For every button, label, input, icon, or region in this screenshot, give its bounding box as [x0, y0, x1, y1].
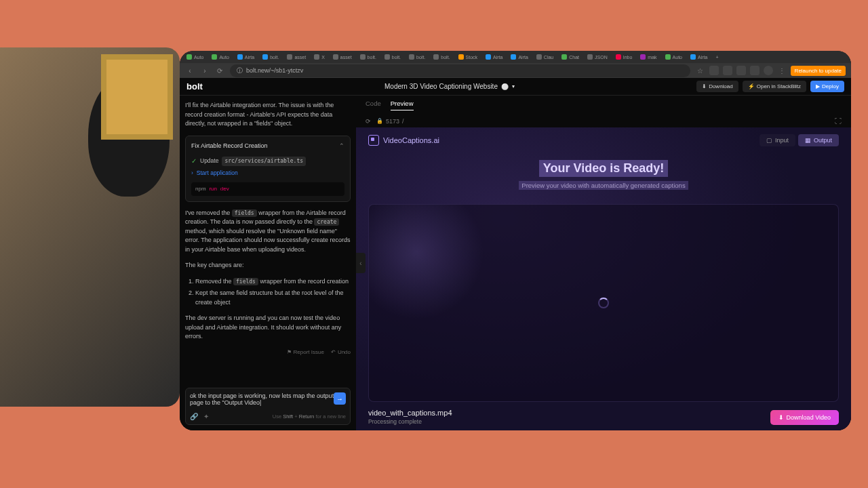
deploy-button[interactable]: ▶Deploy	[810, 81, 844, 92]
list-item: Kept the same field structure but at the…	[195, 289, 351, 307]
chevron-down-icon: ▾	[512, 83, 515, 89]
browser-tab[interactable]: mak	[637, 53, 660, 61]
download-video-button[interactable]: ⬇ Download Video	[770, 410, 839, 425]
new-tab-button[interactable]: +	[712, 54, 722, 61]
file-status: Processing complete	[368, 418, 452, 425]
hero-title: Your Video is Ready!	[539, 160, 668, 177]
tab-input[interactable]: ▢Input	[760, 134, 795, 146]
browser-tabs: Auto Auto Airta bolt. asset X asset bolt…	[180, 51, 851, 63]
extension-icon[interactable]	[723, 66, 732, 75]
arrow-right-icon: →	[336, 395, 343, 403]
report-issue-button[interactable]: ⚑Report Issue	[287, 348, 324, 357]
menu-icon[interactable]: ⋮	[777, 66, 787, 75]
browser-tab[interactable]: Auto	[208, 53, 232, 61]
file-name: video_with_captions.mp4	[368, 409, 452, 417]
download-button[interactable]: ⬇Download	[696, 81, 738, 92]
chat-pane: I'll fix the Airtable integration error.…	[180, 96, 356, 430]
tab-preview[interactable]: Preview	[391, 100, 414, 110]
preview-url[interactable]: 🔒 5173 /	[376, 118, 404, 125]
flag-icon: ⚑	[287, 348, 292, 357]
browser-tab[interactable]: Chat	[558, 53, 583, 61]
undo-button[interactable]: ↶Undo	[331, 348, 351, 357]
url-input[interactable]: ⓘ bolt.new/~/sb1-ytctzv	[230, 64, 690, 77]
browser-tab[interactable]: Airta	[687, 53, 711, 61]
chevron-right-icon: ›	[191, 169, 193, 178]
chat-textarea[interactable]: ok the input page is working, now lets m…	[190, 392, 346, 409]
browser-tab[interactable]: bolt.	[357, 53, 380, 61]
back-button[interactable]: ‹	[185, 66, 195, 75]
lock-icon: 🔒	[376, 118, 383, 124]
tab-code[interactable]: Code	[366, 100, 381, 110]
browser-tab[interactable]: Auto	[662, 53, 686, 61]
relaunch-button[interactable]: Relaunch to update	[791, 66, 846, 76]
assistant-message: I've removed the fields wrapper from the…	[185, 209, 351, 255]
extension-icon[interactable]	[709, 66, 719, 75]
bolt-logo[interactable]: bolt	[186, 81, 203, 92]
send-button[interactable]: →	[334, 392, 346, 405]
bolt-icon: ⚡	[748, 83, 755, 89]
browser-tab[interactable]: bolt.	[259, 53, 282, 61]
chat-scroll[interactable]: I'll fix the Airtable integration error.…	[185, 101, 351, 384]
collapse-button[interactable]: ‹	[356, 253, 366, 273]
browser-tab[interactable]: bolt.	[406, 53, 429, 61]
changes-list: Removed the fields wrapper from the reco…	[185, 277, 351, 308]
site-info-icon: ⓘ	[237, 66, 243, 75]
browser-tab[interactable]: Airta	[234, 53, 258, 61]
screen-icon: ▢	[766, 137, 772, 144]
step-update: ✓ Update src/services/airtable.ts	[191, 155, 344, 167]
link-icon[interactable]: 🔗	[190, 413, 198, 420]
browser-tab[interactable]: Airta	[507, 53, 531, 61]
browser-tab[interactable]: bolt.	[430, 53, 453, 61]
app-header: bolt Modern 3D Video Captioning Website …	[180, 78, 851, 96]
video-preview[interactable]	[368, 204, 839, 402]
hero: Your Video is Ready! Preview your video …	[368, 160, 839, 190]
preview-content: VideoCaptions.ai ▢Input ▦Output Your Vid…	[356, 127, 851, 430]
chevron-left-icon: ‹	[359, 260, 361, 267]
chevron-up-icon[interactable]: ⌃	[339, 142, 344, 151]
webcam-overlay	[0, 47, 180, 407]
hero-subtitle: Preview your video with automatically ge…	[519, 181, 688, 190]
list-item: Removed the fields wrapper from the reco…	[195, 277, 351, 287]
browser-tab[interactable]: Inbo	[612, 53, 636, 61]
browser-tab[interactable]: Stock	[455, 53, 481, 61]
tab-output[interactable]: ▦Output	[798, 134, 839, 146]
step-start[interactable]: › Start application	[191, 167, 344, 179]
profile-avatar-icon[interactable]	[764, 66, 773, 75]
stackblitz-button[interactable]: ⚡Open in StackBlitz	[743, 81, 806, 92]
browser-tab[interactable]: asset	[283, 53, 309, 61]
download-icon: ⬇	[702, 83, 707, 89]
rocket-icon: ▶	[816, 83, 820, 89]
browser-tab[interactable]: X	[311, 53, 328, 61]
extension-icon[interactable]	[750, 66, 760, 75]
brand-icon	[368, 135, 379, 146]
reload-button[interactable]: ⟳	[215, 66, 224, 75]
browser-tab[interactable]: Clau	[533, 53, 557, 61]
address-bar: ‹ › ⟳ ⓘ bolt.new/~/sb1-ytctzv ☆ ⋮ Relaun…	[180, 63, 851, 78]
expand-icon[interactable]: ⛶	[835, 117, 842, 125]
sparkle-icon[interactable]: ✦	[203, 413, 209, 420]
result-row: video_with_captions.mp4 Processing compl…	[368, 409, 839, 425]
browser-tab[interactable]: Airta	[482, 53, 506, 61]
browser-window: Auto Auto Airta bolt. asset X asset bolt…	[180, 51, 851, 430]
lock-icon: ⚪	[501, 83, 509, 90]
star-icon[interactable]: ☆	[696, 66, 705, 75]
chat-input[interactable]: ok the input page is working, now lets m…	[185, 388, 351, 425]
browser-tab[interactable]: JSON	[584, 53, 611, 61]
reload-icon[interactable]: ⟳	[366, 118, 371, 125]
assistant-message: The key changes are:	[185, 261, 351, 270]
browser-tab[interactable]: bolt.	[381, 53, 404, 61]
forward-button[interactable]: ›	[200, 66, 210, 75]
grid-icon: ▦	[805, 137, 811, 144]
assistant-message: The dev server is running and you can no…	[185, 314, 351, 342]
browser-tab[interactable]: asset	[330, 53, 355, 61]
input-hint: Use Shift + Return for a new line	[273, 413, 346, 420]
spinner-icon	[598, 298, 609, 308]
extension-icon[interactable]	[736, 66, 746, 75]
browser-tab[interactable]: Auto	[183, 53, 207, 61]
preview-address-bar: ⟳ 🔒 5173 / ⛶	[356, 115, 851, 127]
assistant-message: I'll fix the Airtable integration error.…	[185, 101, 351, 129]
action-title: Fix Airtable Record Creation	[191, 142, 268, 151]
brand[interactable]: VideoCaptions.ai	[368, 135, 439, 146]
project-title[interactable]: Modern 3D Video Captioning Website ⚪ ▾	[384, 83, 515, 90]
action-card: Fix Airtable Record Creation ⌃ ✓ Update …	[185, 136, 351, 202]
